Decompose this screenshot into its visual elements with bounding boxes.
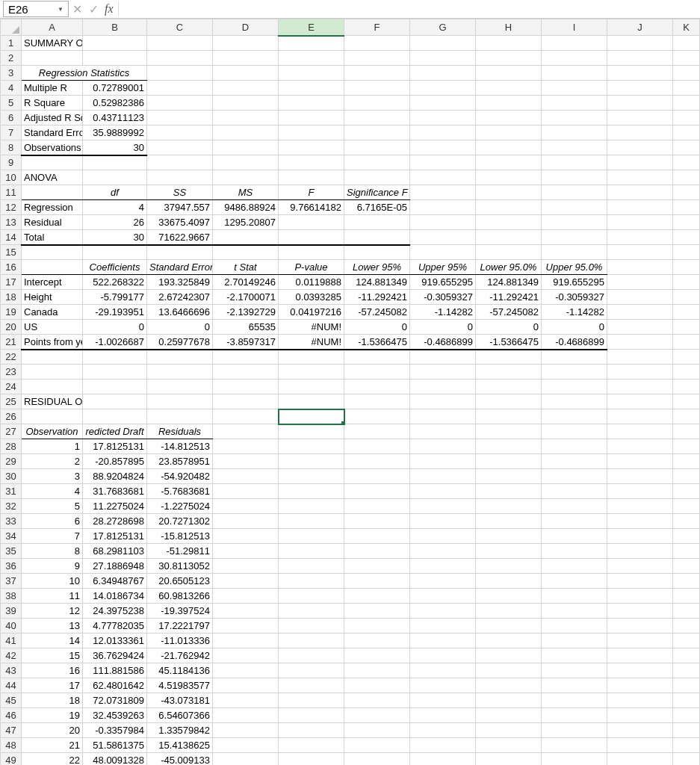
- row-header-24[interactable]: 24: [1, 380, 22, 394]
- row-header-34[interactable]: 34: [1, 529, 22, 544]
- cell-H41[interactable]: [476, 634, 542, 648]
- cell-I5[interactable]: [542, 96, 607, 111]
- cell-B23[interactable]: [83, 365, 147, 380]
- cell-D37[interactable]: [213, 574, 279, 589]
- cell-J21[interactable]: [607, 335, 673, 350]
- cell-H18[interactable]: -11.292421: [476, 290, 542, 305]
- cell-E33[interactable]: [279, 514, 344, 529]
- cell-B27[interactable]: redicted Draft: [83, 424, 147, 439]
- cell-C23[interactable]: [147, 365, 213, 380]
- cell-D27[interactable]: [213, 424, 279, 439]
- cell-H11[interactable]: [476, 185, 542, 200]
- cell-H45[interactable]: [476, 693, 542, 708]
- cell-F36[interactable]: [344, 559, 410, 574]
- cell-H34[interactable]: [476, 529, 542, 544]
- cell-I27[interactable]: [542, 424, 607, 439]
- cell-E14[interactable]: [279, 230, 344, 245]
- row-header-28[interactable]: 28: [1, 439, 22, 454]
- cell-I15[interactable]: [542, 245, 607, 260]
- cell-F5[interactable]: [344, 96, 410, 111]
- row-header-33[interactable]: 33: [1, 514, 22, 529]
- row-header-21[interactable]: 21: [1, 335, 22, 350]
- cell-D20[interactable]: 65535: [213, 320, 279, 335]
- cell-A26[interactable]: [22, 409, 83, 424]
- cell-C17[interactable]: 193.325849: [147, 275, 213, 290]
- fx-icon[interactable]: fx: [102, 2, 117, 16]
- cell-C6[interactable]: [147, 111, 213, 126]
- cell-A35[interactable]: 8: [22, 544, 83, 559]
- cell-B28[interactable]: 17.8125131: [83, 439, 147, 454]
- cell-G23[interactable]: [410, 365, 476, 380]
- cell-H28[interactable]: [476, 439, 542, 454]
- cell-E46[interactable]: [279, 708, 344, 723]
- cell-D48[interactable]: [213, 738, 279, 753]
- cell-G49[interactable]: [410, 753, 476, 766]
- cell-D15[interactable]: [213, 245, 279, 260]
- cell-D33[interactable]: [213, 514, 279, 529]
- cell-E5[interactable]: [279, 96, 344, 111]
- cell-A22[interactable]: [22, 350, 83, 365]
- cell-J33[interactable]: [607, 514, 673, 529]
- cell-E25[interactable]: [279, 394, 344, 409]
- cell-B44[interactable]: 62.4801642: [83, 678, 147, 693]
- cell-B14[interactable]: 30: [83, 230, 147, 245]
- cell-G42[interactable]: [410, 648, 476, 663]
- cell-J45[interactable]: [607, 693, 673, 708]
- cell-C10[interactable]: [147, 170, 213, 185]
- cell-A6[interactable]: Adjusted R Sq: [22, 111, 83, 126]
- cell-H46[interactable]: [476, 708, 542, 723]
- col-header-H[interactable]: H: [476, 19, 542, 36]
- cell-H8[interactable]: [476, 140, 542, 155]
- cell-H33[interactable]: [476, 514, 542, 529]
- col-header-C[interactable]: C: [147, 19, 213, 36]
- cell-D42[interactable]: [213, 648, 279, 663]
- cell-G44[interactable]: [410, 678, 476, 693]
- cell-I20[interactable]: 0: [542, 320, 607, 335]
- row-header-37[interactable]: 37: [1, 574, 22, 589]
- row-header-36[interactable]: 36: [1, 559, 22, 574]
- cell-J27[interactable]: [607, 424, 673, 439]
- cell-H43[interactable]: [476, 663, 542, 678]
- cell-C24[interactable]: [147, 380, 213, 394]
- cell-J8[interactable]: [607, 140, 673, 155]
- cell-D36[interactable]: [213, 559, 279, 574]
- cell-J6[interactable]: [607, 111, 673, 126]
- cell-H9[interactable]: [476, 155, 542, 170]
- cell-A10[interactable]: ANOVA: [22, 170, 83, 185]
- row-header-48[interactable]: 48: [1, 738, 22, 753]
- cell-F46[interactable]: [344, 708, 410, 723]
- cell-H26[interactable]: [476, 409, 542, 424]
- cell-K18[interactable]: [673, 290, 700, 305]
- cell-F27[interactable]: [344, 424, 410, 439]
- cell-I2[interactable]: [542, 51, 607, 66]
- cell-B33[interactable]: 28.2728698: [83, 514, 147, 529]
- cell-D30[interactable]: [213, 469, 279, 484]
- cell-F8[interactable]: [344, 140, 410, 155]
- cell-E3[interactable]: [279, 66, 344, 81]
- cell-E27[interactable]: [279, 424, 344, 439]
- cell-F39[interactable]: [344, 604, 410, 619]
- cell-F42[interactable]: [344, 648, 410, 663]
- cell-B19[interactable]: -29.193951: [83, 305, 147, 320]
- cell-J41[interactable]: [607, 634, 673, 648]
- cell-A45[interactable]: 18: [22, 693, 83, 708]
- cell-C20[interactable]: 0: [147, 320, 213, 335]
- cell-B7[interactable]: 35.9889992: [83, 126, 147, 140]
- cell-G14[interactable]: [410, 230, 476, 245]
- cell-H23[interactable]: [476, 365, 542, 380]
- cell-C47[interactable]: 1.33579842: [147, 723, 213, 738]
- row-header-22[interactable]: 22: [1, 350, 22, 365]
- cell-J24[interactable]: [607, 380, 673, 394]
- cell-H30[interactable]: [476, 469, 542, 484]
- cell-D8[interactable]: [213, 140, 279, 155]
- cell-G32[interactable]: [410, 499, 476, 514]
- cell-G36[interactable]: [410, 559, 476, 574]
- cell-E35[interactable]: [279, 544, 344, 559]
- row-header-5[interactable]: 5: [1, 96, 22, 111]
- name-box[interactable]: E26 ▼: [3, 1, 69, 17]
- cell-I31[interactable]: [542, 484, 607, 499]
- cell-C41[interactable]: -11.013336: [147, 634, 213, 648]
- cell-I19[interactable]: -1.14282: [542, 305, 607, 320]
- cell-K15[interactable]: [673, 245, 700, 260]
- cell-C31[interactable]: -5.7683681: [147, 484, 213, 499]
